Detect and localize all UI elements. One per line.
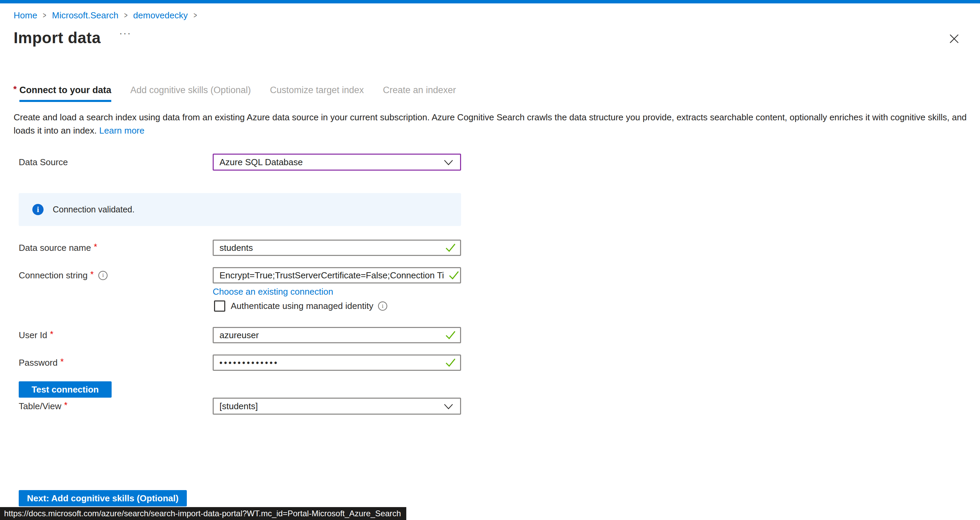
breadcrumb-home[interactable]: Home — [14, 10, 37, 21]
choose-existing-connection-row: Choose an existing connection — [213, 287, 333, 297]
tab-customize-target-index[interactable]: Customize target index — [270, 85, 364, 95]
data-source-row: Data Source Azure SQL Database — [19, 154, 461, 171]
password-input[interactable]: ••••••••••••• — [213, 355, 461, 371]
required-asterisk: * — [90, 269, 94, 280]
label-text: Data source name — [19, 243, 91, 253]
user-id-row: User Id * azureuser — [19, 327, 461, 343]
password-row: Password * ••••••••••••• — [19, 355, 461, 371]
info-tooltip-icon[interactable]: i — [98, 271, 108, 280]
input-value: students — [220, 243, 253, 253]
data-source-value: Azure SQL Database — [220, 157, 303, 168]
valid-check-icon — [445, 330, 456, 340]
context-menu-ellipsis-icon[interactable]: ··· — [119, 27, 131, 39]
banner-text: Connection validated. — [53, 205, 134, 214]
table-view-dropdown[interactable]: [students] — [213, 398, 461, 415]
input-value-masked: ••••••••••••• — [220, 358, 279, 368]
learn-more-link[interactable]: Learn more — [99, 125, 145, 136]
connection-validated-banner: i Connection validated. — [19, 193, 461, 226]
connection-string-label: Connection string * i — [19, 270, 213, 281]
required-asterisk: * — [13, 84, 17, 95]
label-text: Password — [19, 358, 57, 368]
required-asterisk: * — [64, 400, 67, 411]
close-icon — [948, 33, 960, 44]
input-value: Encrypt=True;TrustServerCertificate=Fals… — [220, 270, 447, 281]
managed-identity-row: Authenticate using managed identity i — [214, 300, 387, 312]
chevron-right-icon: > — [193, 11, 197, 20]
table-view-value: [students] — [220, 401, 258, 412]
data-source-name-label: Data source name * — [19, 243, 213, 253]
info-tooltip-icon[interactable]: i — [378, 301, 387, 311]
data-source-name-input[interactable]: students — [213, 239, 461, 256]
info-icon: i — [32, 204, 43, 215]
data-source-label: Data Source — [19, 157, 213, 168]
required-asterisk: * — [50, 329, 53, 339]
close-blade-button[interactable] — [947, 31, 962, 46]
chevron-right-icon: > — [124, 11, 127, 20]
tab-label: Connect to your data — [19, 85, 111, 95]
connection-string-row: Connection string * i Encrypt=True;Trust… — [19, 267, 461, 284]
chevron-down-icon — [444, 404, 453, 409]
user-id-input[interactable]: azureuser — [213, 327, 461, 343]
tab-connect-to-your-data[interactable]: * Connect to your data — [19, 85, 111, 102]
data-source-name-row: Data source name * students — [19, 239, 461, 256]
required-asterisk: * — [60, 357, 64, 367]
input-value: azureuser — [220, 330, 259, 341]
managed-identity-checkbox[interactable] — [214, 300, 225, 312]
valid-check-icon — [449, 271, 460, 280]
breadcrumb-microsoft-search[interactable]: Microsoft.Search — [52, 10, 118, 21]
table-view-row: Table/View * [students] — [19, 398, 461, 414]
tab-create-an-indexer[interactable]: Create an indexer — [383, 85, 456, 95]
breadcrumb-demovedecky[interactable]: demovedecky — [133, 10, 188, 21]
label-text: User Id — [19, 330, 47, 341]
connection-string-input[interactable]: Encrypt=True;TrustServerCertificate=Fals… — [213, 267, 461, 284]
tab-add-cognitive-skills[interactable]: Add cognitive skills (Optional) — [130, 85, 251, 95]
table-view-label: Table/View * — [19, 401, 213, 412]
page-title: Import data — [14, 29, 101, 47]
valid-check-icon — [445, 243, 456, 252]
top-accent-bar — [0, 0, 980, 3]
intro-description: Create and load a search index using dat… — [14, 111, 967, 137]
user-id-label: User Id * — [19, 330, 213, 341]
valid-check-icon — [445, 358, 456, 368]
breadcrumb: Home > Microsoft.Search > demovedecky > — [14, 10, 202, 21]
managed-identity-label: Authenticate using managed identity — [231, 301, 373, 311]
chevron-down-icon — [444, 160, 453, 165]
chevron-right-icon: > — [43, 11, 46, 20]
password-label: Password * — [19, 358, 213, 368]
wizard-tabs: * Connect to your data Add cognitive ski… — [19, 85, 475, 102]
label-text: Connection string — [19, 270, 88, 281]
link-url-statusbar: https://docs.microsoft.com/azure/search/… — [0, 507, 406, 520]
required-asterisk: * — [94, 242, 97, 252]
next-add-cognitive-skills-button[interactable]: Next: Add cognitive skills (Optional) — [19, 490, 187, 506]
test-connection-button[interactable]: Test connection — [19, 381, 111, 398]
choose-existing-connection-link[interactable]: Choose an existing connection — [213, 287, 333, 297]
intro-text: Create and load a search index using dat… — [14, 112, 967, 136]
label-text: Data Source — [19, 157, 68, 168]
label-text: Table/View — [19, 401, 61, 412]
data-source-dropdown[interactable]: Azure SQL Database — [213, 154, 461, 171]
